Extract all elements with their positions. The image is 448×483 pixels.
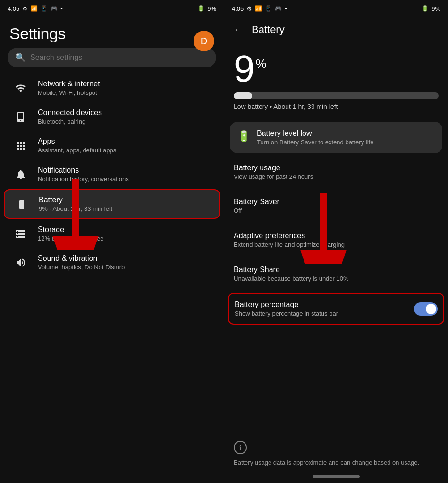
avatar[interactable]: D — [194, 31, 214, 51]
battery-pct-right: 9% — [431, 5, 440, 12]
battery-status-left: 🔋 — [197, 5, 204, 12]
apps-icon — [13, 138, 28, 153]
battery-topbar: ← Battery — [224, 17, 448, 42]
share-title: Battery Share — [234, 266, 349, 274]
game-icon: 🎮 — [51, 5, 58, 12]
battery-menu-usage[interactable]: Battery usage View usage for past 24 hou… — [224, 157, 448, 187]
settings-item-connected[interactable]: Connected devices Bluetooth, pairing — [4, 103, 220, 131]
settings-item-apps[interactable]: Apps Assistant, apps, default apps — [4, 132, 220, 159]
battery-menu-adaptive[interactable]: Adaptive preferences Extend battery life… — [224, 225, 448, 255]
connected-title: Connected devices — [38, 108, 102, 117]
right-panel: 4:05 ⚙ 📶 📱 🎮 • 🔋 9% ← Battery 9 % Low ba… — [224, 0, 448, 483]
dot-icon: • — [60, 5, 63, 12]
storage-title: Storage — [38, 225, 103, 234]
saver-text: Battery Saver Off — [234, 198, 279, 214]
divider-3 — [224, 257, 448, 257]
divider-1 — [224, 189, 448, 189]
network-text: Network & internet Mobile, Wi-Fi, hotspo… — [38, 80, 100, 96]
battery-subtitle: 9% - About 1 hr, 33 min left — [39, 205, 112, 212]
bell-icon — [13, 167, 28, 182]
gear-icon: ⚙ — [22, 5, 28, 12]
battery-status-right: 🔋 — [422, 5, 429, 12]
battery-number: 9 — [234, 50, 255, 88]
apps-subtitle: Assistant, apps, default apps — [38, 147, 116, 154]
notifications-subtitle: Notification history, conversations — [38, 175, 129, 183]
notifications-text: Notifications Notification history, conv… — [38, 166, 129, 183]
sound-subtitle: Volume, haptics, Do Not Disturb — [38, 264, 125, 271]
network-subtitle: Mobile, Wi-Fi, hotspot — [38, 89, 100, 96]
gear-icon-r: ⚙ — [246, 5, 252, 12]
saver-sub: Off — [234, 207, 279, 214]
connected-text: Connected devices Bluetooth, pairing — [38, 108, 102, 125]
battery-menu-saver[interactable]: Battery Saver Off — [224, 191, 448, 221]
battery-alert-card[interactable]: 🔋 Battery level low Turn on Battery Save… — [230, 122, 442, 153]
sound-text: Sound & vibration Volume, haptics, Do No… — [38, 254, 125, 271]
search-icon: 🔍 — [15, 52, 25, 63]
info-text: Battery usage data is approximate and ca… — [234, 458, 439, 467]
left-panel: 4:05 ⚙ 📶 📱 🎮 • 🔋 9% Settings D 🔍 — [0, 0, 224, 483]
bottom-bar-right — [224, 472, 448, 483]
alert-subtitle: Turn on Battery Saver to extend battery … — [257, 139, 373, 146]
usage-sub: View usage for past 24 hours — [234, 173, 313, 180]
percentage-sub: Show battery percentage in status bar — [235, 310, 338, 317]
battery-menu-list: Battery usage View usage for past 24 hou… — [224, 155, 448, 436]
settings-item-battery[interactable]: Battery 9% - About 1 hr, 33 min left — [4, 189, 220, 219]
game-icon-r: 🎮 — [275, 5, 282, 12]
signal-icon: 📶 — [31, 5, 38, 12]
search-bar[interactable]: 🔍 — [8, 48, 216, 67]
settings-list: Network & internet Mobile, Wi-Fi, hotspo… — [0, 71, 224, 483]
battery-percent-sign: % — [256, 57, 267, 71]
divider-2 — [224, 223, 448, 223]
adaptive-title: Adaptive preferences — [234, 232, 345, 240]
settings-item-sound[interactable]: Sound & vibration Volume, haptics, Do No… — [4, 249, 220, 276]
settings-item-network[interactable]: Network & internet Mobile, Wi-Fi, hotspo… — [4, 74, 220, 102]
usage-title: Battery usage — [234, 164, 313, 172]
status-right-right: 🔋 9% — [422, 5, 440, 12]
notifications-title: Notifications — [38, 166, 129, 175]
percentage-text: Battery percentage Show battery percenta… — [235, 300, 338, 317]
sound-icon — [13, 255, 28, 270]
storage-icon — [13, 226, 28, 242]
phone-icon: 📱 — [41, 5, 48, 12]
share-sub: Unavailable because battery is under 10% — [234, 275, 349, 282]
adaptive-text: Adaptive preferences Extend battery life… — [234, 232, 345, 248]
info-icon: ℹ — [234, 441, 247, 454]
battery-percentage-toggle[interactable] — [414, 302, 438, 316]
battery-alert-text: Battery level low Turn on Battery Saver … — [257, 129, 373, 146]
bottom-pill — [313, 475, 360, 478]
connected-subtitle: Bluetooth, pairing — [38, 118, 102, 125]
settings-item-storage[interactable]: Storage 12% used - 113 GB free — [4, 220, 220, 248]
alert-title: Battery level low — [257, 129, 373, 138]
signal-icon-r: 📶 — [255, 5, 262, 12]
dot-icon-r: • — [285, 5, 287, 12]
back-button[interactable]: ← — [232, 22, 246, 38]
battery-title: Battery — [39, 196, 112, 204]
percentage-title: Battery percentage — [235, 300, 338, 309]
status-time-right: 4:05 ⚙ 📶 📱 🎮 • — [232, 5, 287, 12]
battery-text: Battery 9% - About 1 hr, 33 min left — [39, 196, 112, 212]
phone-icon-r: 📱 — [265, 5, 272, 12]
battery-percent-section: 9 % Low battery • About 1 hr, 33 min lef… — [224, 42, 448, 122]
battery-bar-fill — [234, 92, 252, 99]
battery-menu-share[interactable]: Battery Share Unavailable because batter… — [224, 259, 448, 289]
storage-subtitle: 12% used - 113 GB free — [38, 235, 103, 242]
battery-menu-percentage[interactable]: Battery percentage Show battery percenta… — [228, 293, 444, 325]
apps-title: Apps — [38, 137, 116, 146]
sound-title: Sound & vibration — [38, 254, 125, 263]
divider-4 — [224, 291, 448, 291]
usage-text: Battery usage View usage for past 24 hou… — [234, 164, 313, 180]
status-bar-right: 4:05 ⚙ 📶 📱 🎮 • 🔋 9% — [224, 0, 448, 17]
battery-icon — [14, 197, 29, 212]
adaptive-sub: Extend battery life and optimize chargin… — [234, 241, 345, 248]
storage-text: Storage 12% used - 113 GB free — [38, 225, 103, 242]
settings-item-notifications[interactable]: Notifications Notification history, conv… — [4, 160, 220, 188]
search-input[interactable] — [30, 53, 209, 62]
apps-text: Apps Assistant, apps, default apps — [38, 137, 116, 154]
time-left: 4:05 — [8, 5, 19, 12]
battery-big-number: 9 % — [234, 50, 439, 88]
status-bar-left: 4:05 ⚙ 📶 📱 🎮 • 🔋 9% — [0, 0, 224, 17]
battery-pct-left: 9% — [207, 5, 216, 12]
settings-title: Settings — [9, 25, 214, 43]
battery-status-text: Low battery • About 1 hr, 33 min left — [234, 103, 439, 110]
battery-bar-container — [234, 92, 439, 99]
